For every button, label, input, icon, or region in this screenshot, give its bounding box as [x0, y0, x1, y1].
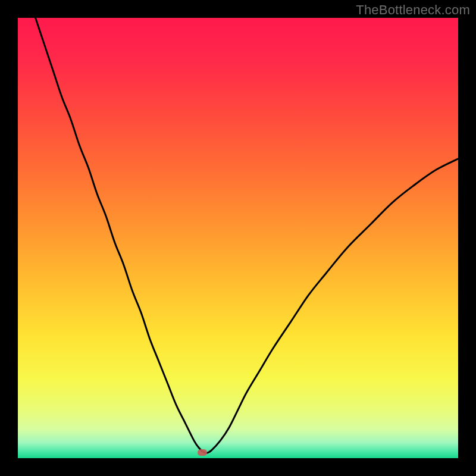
watermark-text: TheBottleneck.com	[356, 2, 470, 18]
plot-area	[18, 18, 458, 458]
optimum-marker	[198, 449, 207, 456]
bottleneck-curve	[36, 18, 458, 453]
curve-layer	[18, 18, 458, 458]
chart-frame: TheBottleneck.com	[0, 0, 476, 476]
